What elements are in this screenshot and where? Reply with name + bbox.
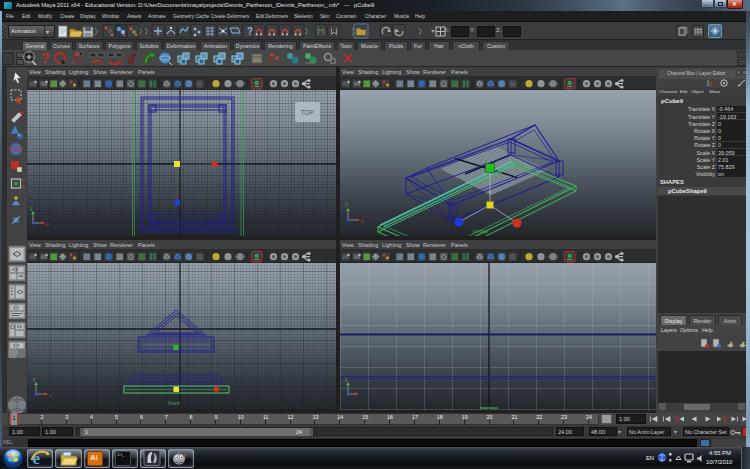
svg-text:front: front <box>168 400 180 406</box>
svg-text:y: y <box>30 205 33 211</box>
svg-text:persp: persp <box>473 228 489 234</box>
svg-text:y: y <box>33 376 36 382</box>
svg-text:?: ? <box>41 50 50 66</box>
svg-text:x: x <box>49 392 52 398</box>
svg-text:TOP: TOP <box>301 109 314 116</box>
svg-text:x: x <box>46 221 49 227</box>
svg-text:x: x <box>361 218 364 224</box>
svg-text:?: ? <box>247 26 253 37</box>
svg-text:Y: Y <box>345 202 349 208</box>
